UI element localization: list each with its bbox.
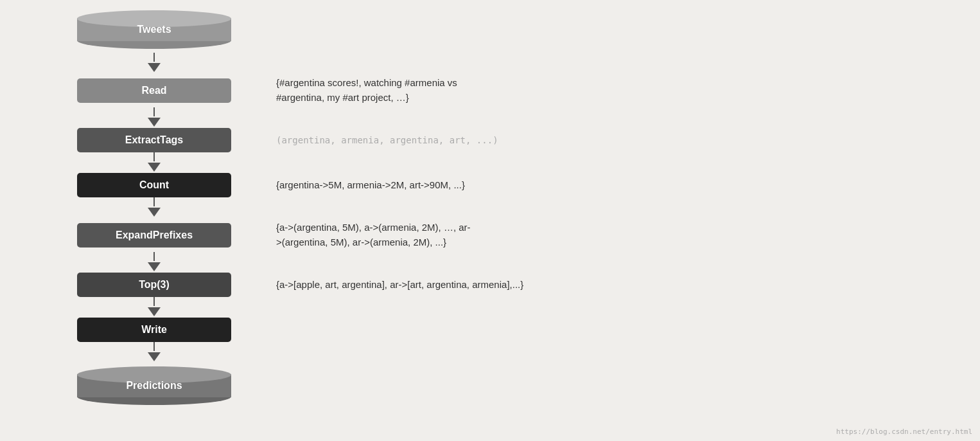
- arrow-head: [148, 163, 161, 172]
- extracttags-label: ExtractTags: [125, 134, 183, 146]
- expandprefixes-label: ExpandPrefixes: [116, 230, 193, 241]
- extracttags-annotation: (argentina, armenia, argentina, art, ...…: [276, 131, 498, 150]
- arrow-line: [153, 297, 155, 306]
- arrow-extract-count: [51, 152, 257, 173]
- flow-row-write: Write: [51, 318, 950, 342]
- flow-row-extracttags: ExtractTags (argentina, armenia, argenti…: [51, 128, 950, 152]
- node-column-count: Count: [51, 173, 257, 197]
- expandprefixes-annotation: {a->(argentina, 5M), a->(armenia, 2M), ……: [276, 218, 471, 252]
- arrow-head: [148, 118, 161, 127]
- top3-node: Top(3): [77, 273, 231, 297]
- flow-row-tweets: Tweets: [51, 6, 950, 53]
- arrow-count-expand: [51, 197, 257, 218]
- arrow-line: [153, 152, 155, 161]
- count-label: Count: [139, 179, 169, 191]
- node-column-top3: Top(3): [51, 273, 257, 297]
- extracttags-annotation-text: (argentina, armenia, argentina, art, ...…: [276, 135, 498, 145]
- expandprefixes-annotation-text: {a->(argentina, 5M), a->(armenia, 2M), ……: [276, 222, 471, 248]
- arrow-head: [148, 307, 161, 316]
- arrow-line: [153, 252, 155, 261]
- arrow-top3-write: [51, 297, 257, 318]
- top3-annotation-text: {a->[apple, art, argentina], ar->[art, a…: [276, 279, 523, 290]
- count-annotation-text: {argentina->5M, armenia->2M, art->90M, .…: [276, 179, 465, 190]
- node-column-predictions: Predictions: [51, 363, 257, 409]
- arrow-line: [153, 53, 155, 62]
- arrow-expand-top3: [51, 252, 257, 273]
- arrow-read-extract: [51, 107, 257, 128]
- flow-row-expandprefixes: ExpandPrefixes {a->(argentina, 5M), a->(…: [51, 218, 950, 252]
- node-column-read: Read: [51, 78, 257, 103]
- predictions-label: Predictions: [126, 380, 182, 392]
- arrow-head: [148, 262, 161, 271]
- watermark: https://blog.csdn.net/entry.html: [836, 428, 972, 436]
- extracttags-node: ExtractTags: [77, 128, 231, 152]
- top3-annotation: {a->[apple, art, argentina], ar->[art, a…: [276, 275, 523, 295]
- node-column-extracttags: ExtractTags: [51, 128, 257, 152]
- arrow-write-predictions: [51, 342, 257, 363]
- read-annotation-text: {#argentina scores!, watching #armenia v…: [276, 77, 457, 103]
- top3-label: Top(3): [139, 279, 170, 291]
- flow-row-predictions: Predictions: [51, 363, 950, 409]
- count-annotation: {argentina->5M, armenia->2M, art->90M, .…: [276, 176, 465, 195]
- arrow-line: [153, 197, 155, 206]
- predictions-node: Predictions: [77, 366, 231, 405]
- arrow-head: [148, 208, 161, 217]
- arrow-line: [153, 342, 155, 351]
- flow-row-top3: Top(3) {a->[apple, art, argentina], ar->…: [51, 273, 950, 297]
- flow-row-count: Count {argentina->5M, armenia->2M, art->…: [51, 173, 950, 197]
- read-node: Read: [77, 78, 231, 103]
- write-node: Write: [77, 318, 231, 342]
- node-column-tweets: Tweets: [51, 6, 257, 53]
- arrow-tweets-read: [51, 53, 257, 73]
- write-label: Write: [141, 324, 167, 336]
- arrow-head: [148, 63, 161, 72]
- arrow-head: [148, 352, 161, 361]
- flow-row-read: Read {#argentina scores!, watching #arme…: [51, 73, 950, 107]
- node-column-write: Write: [51, 318, 257, 342]
- node-column-expandprefixes: ExpandPrefixes: [51, 223, 257, 248]
- tweets-node: Tweets: [77, 10, 231, 49]
- count-node: Count: [77, 173, 231, 197]
- read-annotation: {#argentina scores!, watching #armenia v…: [276, 73, 457, 107]
- expandprefixes-node: ExpandPrefixes: [77, 223, 231, 248]
- read-label: Read: [141, 85, 166, 96]
- arrow-line: [153, 107, 155, 116]
- diagram-container: Tweets Read {#argentina scores!, watchin…: [51, 6, 950, 409]
- tweets-label: Tweets: [137, 24, 171, 35]
